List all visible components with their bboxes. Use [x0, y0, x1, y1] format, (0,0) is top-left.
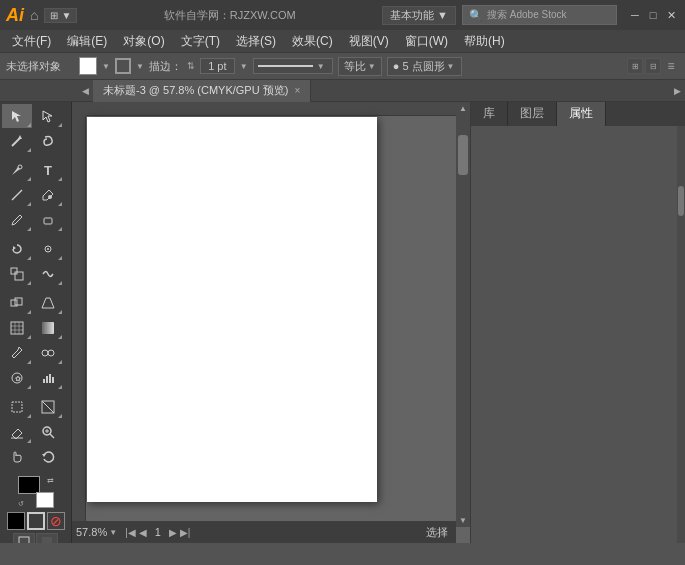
align-icons: ⊞ ⊟ ≡ — [627, 58, 679, 74]
nav-controls[interactable]: |◀ ◀ 1 ▶ ▶| — [125, 526, 190, 538]
svg-marker-36 — [42, 454, 46, 457]
graph-tool[interactable] — [33, 366, 63, 390]
nav-prev[interactable]: ◀ — [139, 527, 147, 538]
tool-panel: T — [0, 102, 72, 543]
align-icon-1[interactable]: ⊞ — [627, 58, 643, 74]
symbol-tool[interactable]: ✿ — [2, 366, 32, 390]
align-icon-2[interactable]: ⊟ — [645, 58, 661, 74]
menu-window[interactable]: 窗口(W) — [397, 31, 456, 52]
line-style-selector[interactable]: ▼ — [253, 58, 333, 74]
panel-scroll-thumb[interactable] — [678, 186, 684, 216]
gradient-tool[interactable] — [33, 316, 63, 340]
pencil-tool[interactable] — [2, 208, 32, 232]
mesh-tool[interactable] — [2, 316, 32, 340]
zoom-arrow[interactable]: ▼ — [109, 528, 117, 537]
nav-first[interactable]: |◀ — [125, 527, 136, 538]
doc-tab[interactable]: 未标题-3 @ 57.8% (CMYK/GPU 预览) × — [93, 80, 311, 102]
collapse-right-btn[interactable]: ▶ — [670, 86, 685, 96]
workspace-switcher[interactable]: ⊞ ▼ — [44, 8, 77, 23]
svg-rect-26 — [49, 374, 51, 383]
stroke-value-arrow[interactable]: ▼ — [240, 62, 248, 71]
none-indicator[interactable]: ⊘ — [47, 512, 65, 530]
rotate-tool[interactable] — [2, 237, 32, 261]
selection-tool[interactable] — [2, 104, 32, 128]
paintbrush-tool[interactable] — [33, 183, 63, 207]
zoom-display[interactable]: 57.8% ▼ — [76, 526, 117, 538]
ruler-corner — [72, 102, 86, 116]
stroke-label: 描边： — [149, 59, 182, 74]
close-button[interactable]: ✕ — [663, 7, 679, 23]
eyedropper-tool[interactable] — [2, 341, 32, 365]
fill-indicator[interactable] — [7, 512, 25, 530]
fill-color-swatch[interactable] — [79, 57, 97, 75]
menu-view[interactable]: 视图(V) — [341, 31, 397, 52]
rotate-view-tool[interactable] — [33, 445, 63, 469]
menu-effect[interactable]: 效果(C) — [284, 31, 341, 52]
ruler-horizontal — [86, 102, 456, 116]
stroke-value-input[interactable] — [200, 58, 235, 74]
stroke-arrow[interactable]: ▼ — [136, 62, 144, 71]
menu-icon[interactable]: ≡ — [663, 58, 679, 74]
canvas-area[interactable]: ▲ ▼ 57.8% ▼ |◀ ◀ 1 ▶ ▶| 选择 — [72, 102, 470, 543]
normal-view[interactable] — [13, 533, 35, 543]
background-color[interactable] — [36, 492, 54, 508]
menu-file[interactable]: 文件(F) — [4, 31, 59, 52]
slice-tool[interactable] — [33, 395, 63, 419]
default-colors[interactable]: ↺ — [18, 500, 24, 508]
nav-last[interactable]: ▶| — [180, 527, 191, 538]
type-tool[interactable]: T — [33, 158, 63, 182]
full-screen[interactable] — [36, 533, 58, 543]
tab-bar: ◀ 未标题-3 @ 57.8% (CMYK/GPU 预览) × ▶ — [0, 80, 685, 102]
svg-point-4 — [48, 195, 52, 199]
svg-rect-37 — [19, 537, 29, 543]
scroll-thumb-v[interactable] — [458, 135, 468, 175]
site-label: 软件自学网：RJZXW.COM — [83, 8, 376, 23]
brush-selector[interactable]: ● 5 点圆形 ▼ — [387, 57, 462, 76]
line-tool[interactable] — [2, 183, 32, 207]
perspective-tool[interactable] — [33, 291, 63, 315]
lasso-tool[interactable] — [33, 129, 63, 153]
shape-builder-tool[interactable] — [2, 291, 32, 315]
home-button[interactable]: ⌂ — [30, 7, 38, 23]
panel-scrollbar[interactable] — [677, 126, 685, 543]
reflect-tool[interactable] — [33, 237, 63, 261]
collapse-left-btn[interactable]: ◀ — [78, 86, 93, 96]
eraser-tool-small[interactable] — [33, 208, 63, 232]
scroll-up-btn[interactable]: ▲ — [457, 102, 469, 115]
ratio-selector[interactable]: 等比 ▼ — [338, 57, 382, 76]
tab-layers[interactable]: 图层 — [508, 102, 557, 126]
doc-tab-close[interactable]: × — [294, 85, 300, 96]
hand-tool[interactable] — [2, 445, 32, 469]
scroll-down-btn[interactable]: ▼ — [457, 514, 469, 527]
magic-wand-tool[interactable] — [2, 129, 32, 153]
tab-properties[interactable]: 属性 — [557, 102, 606, 126]
search-bar[interactable]: 🔍 搜索 Adobe Stock — [462, 5, 617, 25]
pen-tool[interactable] — [2, 158, 32, 182]
menu-select[interactable]: 选择(S) — [228, 31, 284, 52]
stroke-indicator[interactable] — [27, 512, 45, 530]
tab-library[interactable]: 库 — [471, 102, 508, 126]
stroke-box[interactable] — [115, 58, 131, 74]
direct-selection-tool[interactable] — [33, 104, 63, 128]
minimize-button[interactable]: ─ — [627, 7, 643, 23]
nav-next[interactable]: ▶ — [169, 527, 177, 538]
status-label[interactable]: 选择 — [426, 525, 452, 540]
menu-text[interactable]: 文字(T) — [173, 31, 228, 52]
blend-tool[interactable] — [33, 341, 63, 365]
artboard-tool[interactable] — [2, 395, 32, 419]
scale-tool[interactable] — [2, 262, 32, 286]
warp-tool[interactable] — [33, 262, 63, 286]
menu-help[interactable]: 帮助(H) — [456, 31, 513, 52]
horizontal-scrollbar[interactable]: 57.8% ▼ |◀ ◀ 1 ▶ ▶| 选择 — [72, 521, 456, 543]
menu-object[interactable]: 对象(O) — [115, 31, 172, 52]
panel-content — [471, 126, 685, 543]
zoom-tool[interactable] — [33, 420, 63, 444]
fill-arrow[interactable]: ▼ — [102, 62, 110, 71]
maximize-button[interactable]: □ — [645, 7, 661, 23]
feature-button[interactable]: 基本功能 ▼ — [382, 6, 456, 25]
menu-edit[interactable]: 编辑(E) — [59, 31, 115, 52]
page-number[interactable]: 1 — [150, 526, 166, 538]
vertical-scrollbar[interactable]: ▲ ▼ — [456, 102, 470, 527]
swap-colors[interactable]: ⇄ — [47, 476, 54, 485]
eraser-tool[interactable] — [2, 420, 32, 444]
